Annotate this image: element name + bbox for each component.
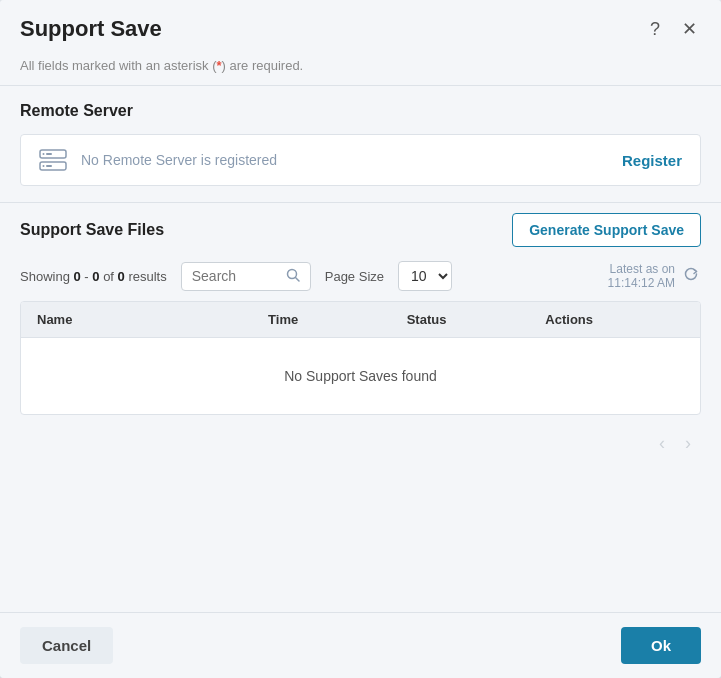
svg-rect-5 — [46, 165, 52, 167]
showing-text: Showing 0 - 0 of 0 results — [20, 269, 167, 284]
search-icon — [286, 268, 300, 285]
svg-point-3 — [43, 165, 45, 167]
toolbar-row: Showing 0 - 0 of 0 results Page Size 10 … — [20, 261, 701, 291]
refresh-button[interactable] — [681, 264, 701, 288]
remote-server-title: Remote Server — [20, 102, 701, 120]
search-box — [181, 262, 311, 291]
col-time: Time — [268, 312, 407, 327]
support-files-table: Name Time Status Actions No Support Save… — [20, 301, 701, 415]
dialog-footer: Cancel Ok — [0, 612, 721, 678]
col-status: Status — [407, 312, 546, 327]
svg-point-2 — [43, 153, 45, 155]
generate-support-save-button[interactable]: Generate Support Save — [512, 213, 701, 247]
page-size-select[interactable]: 10 25 50 — [398, 261, 452, 291]
no-server-text: No Remote Server is registered — [81, 152, 608, 168]
next-page-button[interactable]: › — [679, 431, 697, 456]
required-note: All fields marked with an asterisk (*) a… — [0, 54, 721, 85]
help-button[interactable]: ? — [646, 17, 664, 42]
dialog-title: Support Save — [20, 16, 162, 42]
server-icon — [39, 149, 67, 171]
remote-server-section: Remote Server No Remote Server is regist… — [0, 86, 721, 202]
remote-server-card: No Remote Server is registered Register — [20, 134, 701, 186]
pagination-row: ‹ › — [20, 425, 701, 460]
page-size-label: Page Size — [325, 269, 384, 284]
latest-label: Latest as on 11:14:12 AM — [608, 262, 675, 290]
showing-end: 0 — [92, 269, 99, 284]
support-files-title: Support Save Files — [20, 221, 164, 239]
col-actions: Actions — [545, 312, 684, 327]
latest-info: Latest as on 11:14:12 AM — [608, 262, 701, 290]
support-files-header: Support Save Files Generate Support Save — [20, 213, 701, 247]
close-button[interactable]: ✕ — [678, 16, 701, 42]
col-name: Name — [37, 312, 268, 327]
svg-line-7 — [295, 277, 299, 281]
dialog-header: Support Save ? ✕ — [0, 0, 721, 54]
table-header: Name Time Status Actions — [21, 302, 700, 338]
prev-page-button[interactable]: ‹ — [653, 431, 671, 456]
table-empty-message: No Support Saves found — [21, 338, 700, 414]
cancel-button[interactable]: Cancel — [20, 627, 113, 664]
ok-button[interactable]: Ok — [621, 627, 701, 664]
svg-rect-4 — [46, 153, 52, 155]
support-save-dialog: Support Save ? ✕ All fields marked with … — [0, 0, 721, 678]
register-button[interactable]: Register — [622, 152, 682, 169]
search-input[interactable] — [192, 268, 280, 284]
header-icons: ? ✕ — [646, 16, 701, 42]
showing-total: 0 — [118, 269, 125, 284]
showing-start: 0 — [73, 269, 80, 284]
support-files-section: Support Save Files Generate Support Save… — [0, 203, 721, 612]
